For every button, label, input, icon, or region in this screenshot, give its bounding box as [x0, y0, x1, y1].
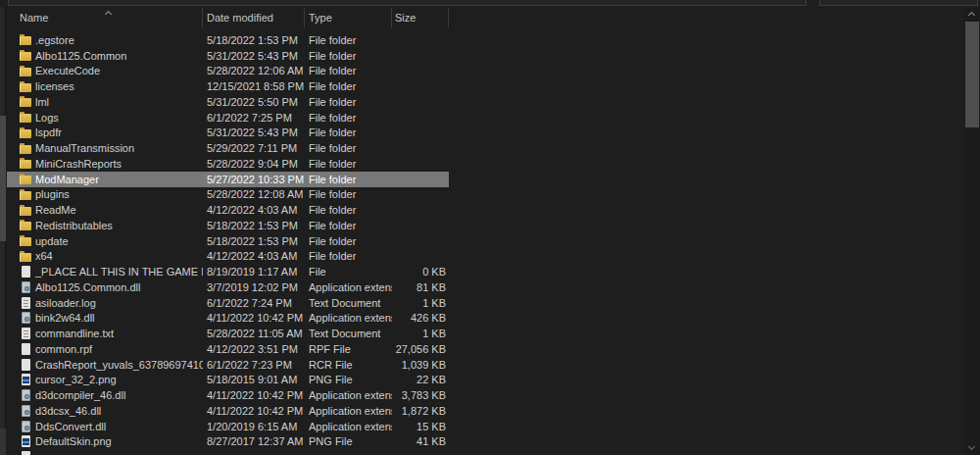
file-name-cell: x64	[7, 250, 203, 262]
column-header-label: Date modified	[207, 12, 273, 24]
file-name-cell: plugins	[7, 188, 203, 200]
date-modified-cell: 4/11/2022 10:42 PM	[203, 312, 305, 324]
toolbar-strip	[0, 0, 980, 7]
type-cell: File folder	[305, 142, 392, 154]
size-cell: 22 KB	[392, 374, 449, 385]
size-cell: 0 KB	[392, 266, 449, 278]
file-row[interactable]: ReadMe4/12/2022 4:03 AMFile folder	[7, 202, 449, 218]
file-name: MiniCrashReports	[35, 158, 122, 170]
column-header-label: Type	[309, 12, 332, 24]
file-row[interactable]: d3dcompiler_46.dll4/11/2022 10:42 PMAppl…	[7, 387, 449, 403]
file-row[interactable]: DefaultSkin.png8/27/2017 12:37 AMPNG Fil…	[7, 434, 449, 450]
scroll-up-icon[interactable]	[968, 12, 975, 19]
type-cell: File folder	[305, 96, 392, 108]
file-row[interactable]: d3dcsx_46.dll4/11/2022 10:42 PMApplicati…	[7, 403, 449, 419]
type-cell: File folder	[305, 126, 392, 138]
file-row[interactable]: x644/12/2022 4:03 AMFile folder	[7, 249, 449, 265]
file-row[interactable]: cursor_32_2.png5/18/2015 9:01 AMPNG File…	[7, 373, 449, 388]
column-header-size[interactable]: Size	[392, 8, 449, 27]
vertical-scrollbar[interactable]	[964, 7, 980, 455]
file-row[interactable]: CrashReport_yuvals_63789697410280076...6…	[7, 357, 449, 373]
file-row[interactable]: licenses12/15/2021 8:58 PMFile folder	[7, 78, 449, 94]
column-header-label: Name	[20, 12, 48, 24]
file-row[interactable]: ExecuteCode5/28/2022 12:06 AMFile folder	[7, 64, 449, 79]
file-row[interactable]: commandline.txt5/28/2022 11:05 AMText Do…	[7, 326, 449, 341]
file-name: Albo1125.Common.dll	[35, 281, 140, 293]
folder-icon	[20, 253, 31, 262]
file-row[interactable]: bink2w64.dll4/11/2022 10:42 PMApplicatio…	[7, 311, 449, 327]
size-cell: 1 KB	[392, 328, 449, 339]
file-name: d3dcompiler_46.dll	[35, 389, 125, 401]
file-row[interactable]	[7, 449, 449, 455]
folder-icon	[20, 237, 31, 246]
nav-pane-scrollbar-thumb[interactable]	[0, 116, 6, 241]
size-cell: 27,056 KB	[392, 343, 449, 355]
type-cell: File folder	[305, 65, 392, 76]
size-cell: 1 KB	[392, 297, 449, 309]
date-modified-cell: 4/11/2022 10:42 PM	[203, 389, 305, 401]
file-row[interactable]: asiloader.log6/1/2022 7:24 PMText Docume…	[7, 295, 449, 311]
file-name: x64	[35, 250, 53, 262]
file-name-cell: bink2w64.dll	[7, 312, 203, 324]
file-name-cell: ManualTransmission	[7, 142, 203, 154]
file-row[interactable]: plugins5/28/2022 12:08 AMFile folder	[7, 187, 449, 203]
date-modified-cell: 4/12/2022 3:51 PM	[203, 343, 305, 355]
file-row[interactable]: .egstore5/18/2022 1:53 PMFile folder	[7, 32, 449, 48]
file-row[interactable]: Albo1125.Common.dll3/7/2019 12:02 PMAppl…	[7, 279, 449, 295]
file-row[interactable]: lspdfr5/31/2022 5:43 PMFile folder	[7, 126, 449, 141]
folder-icon	[20, 68, 31, 76]
image-file-icon	[22, 435, 30, 447]
file-name: _PLACE ALL THIS IN THE GAME ROOT	[35, 266, 203, 278]
column-header-date-modified[interactable]: Date modified	[203, 8, 305, 27]
column-header-name[interactable]: Name	[7, 8, 203, 27]
column-header-label: Size	[395, 12, 416, 24]
explorer-body: NameDate modifiedTypeSize .egstore5/18/2…	[0, 7, 980, 455]
file-row[interactable]: common.rpf4/12/2022 3:51 PMRPF File27,05…	[7, 341, 449, 357]
date-modified-cell: 4/12/2022 4:03 AM	[203, 204, 305, 216]
date-modified-cell: 5/18/2022 1:53 PM	[203, 220, 305, 231]
folder-icon	[20, 129, 31, 138]
file-name: plugins	[35, 188, 70, 200]
date-modified-cell: 4/12/2022 4:03 AM	[203, 250, 305, 262]
file-row[interactable]: DdsConvert.dll1/20/2019 6:15 AMApplicati…	[7, 419, 449, 434]
type-cell: File folder	[305, 50, 392, 62]
image-file-icon	[22, 374, 30, 385]
file-name-cell: common.rpf	[7, 343, 203, 355]
search-box-fragment[interactable]	[819, 0, 978, 6]
date-modified-cell: 5/18/2015 9:01 AM	[203, 374, 305, 385]
file-name: ManualTransmission	[35, 142, 134, 154]
file-row[interactable]: ManualTransmission5/29/2022 7:11 PMFile …	[7, 140, 449, 156]
address-bar-fragment[interactable]	[8, 0, 807, 6]
file-row[interactable]: Logs6/1/2022 7:25 PMFile folder	[7, 110, 449, 126]
size-cell: 41 KB	[392, 435, 449, 447]
date-modified-cell: 5/18/2022 1:53 PM	[203, 34, 305, 46]
file-name-cell: MiniCrashReports	[7, 158, 203, 170]
scroll-down-icon[interactable]	[968, 443, 975, 450]
date-modified-cell: 8/27/2017 12:37 AM	[203, 435, 305, 447]
file-name-cell: d3dcompiler_46.dll	[7, 389, 203, 401]
type-cell: File folder	[305, 158, 392, 170]
vertical-scrollbar-thumb[interactable]	[965, 22, 979, 127]
file-row[interactable]: _PLACE ALL THIS IN THE GAME ROOT8/19/201…	[7, 264, 449, 279]
type-cell: PNG File	[305, 374, 392, 385]
file-name: licenses	[35, 80, 74, 92]
nav-pane-scrollbar-button[interactable]	[0, 429, 6, 455]
folder-icon	[20, 52, 31, 61]
column-header-type[interactable]: Type	[305, 8, 392, 27]
file-row[interactable]: Redistributables5/18/2022 1:53 PMFile fo…	[7, 218, 449, 233]
nav-pane-scrollbar[interactable]	[0, 7, 6, 455]
type-cell: Application extens...	[305, 405, 392, 417]
file-name-cell	[7, 451, 203, 455]
dll-file-icon	[22, 312, 30, 324]
file-row[interactable]: update5/18/2022 1:53 PMFile folder	[7, 233, 449, 249]
file-row[interactable]: lml5/31/2022 5:50 PMFile folder	[7, 94, 449, 110]
text-file-icon	[22, 297, 30, 309]
file-name: DefaultSkin.png	[35, 435, 112, 447]
type-cell: File	[305, 266, 392, 278]
file-row[interactable]: ModManager5/27/2022 10:33 PMFile folder	[7, 172, 449, 187]
file-name: Redistributables	[35, 220, 113, 231]
file-name-cell: Albo1125.Common.dll	[7, 281, 203, 293]
file-row[interactable]: Albo1125.Common5/31/2022 5:43 PMFile fol…	[7, 48, 449, 64]
file-name: .egstore	[35, 34, 74, 46]
file-row[interactable]: MiniCrashReports5/28/2022 9:04 PMFile fo…	[7, 156, 449, 172]
